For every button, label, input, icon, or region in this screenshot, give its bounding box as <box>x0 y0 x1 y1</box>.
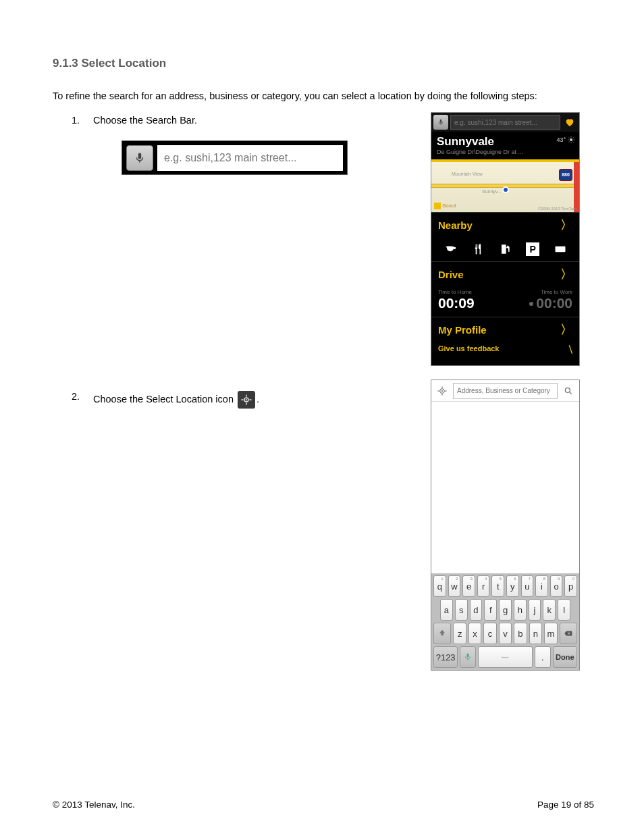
results-area <box>431 402 579 573</box>
step2-after: . <box>257 394 259 405</box>
map-label: Sunnyv... <box>482 189 502 194</box>
keyboard: q1w2e3r4t5y6u7i8o9p0 asdfghjkl zxcvbnm ?… <box>431 573 579 670</box>
key-e[interactable]: e3 <box>462 575 475 597</box>
atm-icon[interactable] <box>552 241 568 257</box>
coffee-icon[interactable] <box>442 241 458 257</box>
city-header: Sunnyvale De Guigne Dr\Deguigne Dr at ..… <box>431 132 579 159</box>
time-work-label: Time to Work <box>506 289 573 295</box>
profile-row[interactable]: My Profile 〉 <box>431 317 579 342</box>
key-n[interactable]: n <box>529 623 542 644</box>
key-w[interactable]: w2 <box>448 575 461 597</box>
topbar <box>431 113 579 132</box>
chevron-right-icon: 〉 <box>560 266 572 282</box>
svg-line-12 <box>573 142 574 142</box>
feedback-row[interactable]: Give us feedback ⧹ <box>431 342 579 354</box>
nearby-row[interactable]: Nearby 〉 <box>431 212 579 237</box>
map-attribution: ©2006-2013 TomTom <box>538 207 576 211</box>
map-label: Mountain View <box>452 172 483 176</box>
search-input[interactable] <box>157 145 343 171</box>
phone-screenshot-home: Sunnyvale De Guigne Dr\Deguigne Dr at ..… <box>431 112 580 366</box>
svg-rect-16 <box>555 246 565 252</box>
page-number: Page 19 of 85 <box>537 800 594 810</box>
section-heading: 9.1.3 Select Location <box>53 57 594 70</box>
symbols-key[interactable]: ?123 <box>433 646 458 668</box>
key-h[interactable]: h <box>514 599 527 621</box>
key-q[interactable]: q1 <box>433 575 446 597</box>
svg-line-14 <box>573 138 574 138</box>
time-home[interactable]: Time to Home 00:09 <box>438 289 506 311</box>
time-home-label: Time to Home <box>438 289 506 295</box>
svg-point-6 <box>570 138 572 141</box>
gas-icon[interactable] <box>497 241 513 257</box>
key-b[interactable]: b <box>514 623 527 644</box>
time-work-value: 00:00 <box>506 295 573 311</box>
map-preview[interactable]: 880 Mountain View Sunnyv... Scout ©2006-… <box>431 162 579 212</box>
step-number: 2. <box>72 391 80 402</box>
address-input[interactable] <box>453 383 558 399</box>
city-name: Sunnyvale <box>437 135 574 149</box>
key-j[interactable]: j <box>529 599 541 621</box>
key-k[interactable]: k <box>543 599 556 621</box>
svg-point-15 <box>446 246 454 248</box>
key-z[interactable]: z <box>453 623 466 644</box>
copyright: © 2013 Telenav, Inc. <box>53 800 135 810</box>
drive-row[interactable]: Drive 〉 <box>431 261 579 286</box>
key-y[interactable]: y6 <box>506 575 519 597</box>
drive-times: Time to Home 00:09 Time to Work 00:00 <box>431 286 579 317</box>
key-r[interactable]: r4 <box>477 575 490 597</box>
key-o[interactable]: o9 <box>550 575 563 597</box>
key-g[interactable]: g <box>499 599 512 621</box>
key-a[interactable]: a <box>440 599 453 621</box>
key-l[interactable]: l <box>558 599 570 621</box>
select-location-icon <box>238 391 255 409</box>
phone-screenshot-search: q1w2e3r4t5y6u7i8o9p0 asdfghjkl zxcvbnm ?… <box>431 380 580 671</box>
search-input[interactable] <box>450 115 560 130</box>
mic-key[interactable] <box>460 646 476 668</box>
search-icon[interactable] <box>560 383 576 399</box>
key-p[interactable]: p0 <box>564 575 577 597</box>
key-d[interactable]: d <box>470 599 483 621</box>
profile-label: My Profile <box>438 324 487 336</box>
key-c[interactable]: c <box>483 623 496 644</box>
parking-icon[interactable]: P <box>525 241 541 257</box>
time-home-value: 00:09 <box>438 295 506 311</box>
food-icon[interactable] <box>470 241 486 257</box>
key-f[interactable]: f <box>484 599 497 621</box>
period-key[interactable]: . <box>535 646 551 668</box>
key-t[interactable]: t5 <box>491 575 504 597</box>
space-key[interactable] <box>478 646 532 668</box>
chevron-right-icon: 〉 <box>560 217 572 233</box>
weather-badge: 43° <box>556 136 575 144</box>
key-u[interactable]: u7 <box>521 575 534 597</box>
location-dot <box>502 186 509 193</box>
done-key[interactable]: Done <box>553 646 577 668</box>
backspace-key[interactable] <box>560 623 577 644</box>
route-shield: 880 <box>559 169 572 181</box>
city-subtitle: De Guigne Dr\Deguigne Dr at ... <box>437 149 574 155</box>
mic-icon[interactable] <box>126 145 153 171</box>
key-s[interactable]: s <box>455 599 468 621</box>
svg-line-11 <box>569 138 570 138</box>
chevron-right-icon: 〉 <box>560 321 572 338</box>
select-location-icon[interactable] <box>434 383 450 399</box>
favorites-icon[interactable] <box>562 115 577 130</box>
sun-icon <box>567 136 575 144</box>
svg-line-13 <box>569 142 570 142</box>
key-m[interactable]: m <box>544 623 557 644</box>
time-work[interactable]: Time to Work 00:00 <box>506 289 573 311</box>
chevron-icon: ⧹ <box>569 344 572 354</box>
svg-point-18 <box>441 390 443 392</box>
category-icons: P <box>431 237 579 261</box>
step2-before: Choose the Select Location icon <box>93 394 236 405</box>
key-x[interactable]: x <box>468 623 481 644</box>
page-footer: © 2013 Telenav, Inc. Page 19 of 85 <box>53 800 594 810</box>
mic-icon[interactable] <box>433 115 448 130</box>
temperature: 43° <box>556 136 566 143</box>
search-topbar <box>431 380 579 402</box>
drive-label: Drive <box>438 269 464 280</box>
shift-key[interactable] <box>433 623 451 644</box>
key-v[interactable]: v <box>499 623 512 644</box>
svg-point-1 <box>246 399 247 400</box>
key-i[interactable]: i8 <box>535 575 548 597</box>
step-text: Choose the Select Location icon . <box>93 391 259 409</box>
